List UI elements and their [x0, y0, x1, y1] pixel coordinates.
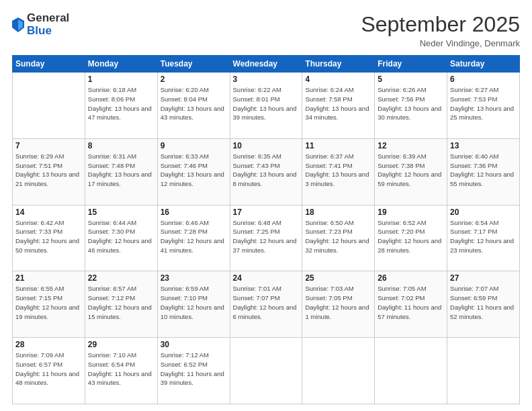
calendar-cell: 28Sunrise: 7:09 AM Sunset: 6:57 PM Dayli…: [13, 338, 85, 404]
day-info: Sunrise: 6:59 AM Sunset: 7:10 PM Dayligh…: [161, 284, 227, 321]
day-number: 4: [305, 75, 371, 84]
calendar-cell: 8Sunrise: 6:31 AM Sunset: 7:48 PM Daylig…: [85, 138, 157, 205]
day-info: Sunrise: 6:52 AM Sunset: 7:20 PM Dayligh…: [378, 218, 444, 255]
day-number: 21: [15, 273, 82, 283]
day-info: Sunrise: 6:46 AM Sunset: 7:28 PM Dayligh…: [161, 218, 227, 255]
calendar-cell: 10Sunrise: 6:35 AM Sunset: 7:43 PM Dayli…: [230, 138, 302, 205]
day-number: 3: [233, 75, 300, 84]
day-info: Sunrise: 6:24 AM Sunset: 7:58 PM Dayligh…: [305, 85, 371, 122]
month-title: September 2025: [361, 12, 520, 37]
day-number: 18: [305, 208, 371, 217]
day-number: 27: [450, 273, 517, 283]
weekday-header-friday: Friday: [375, 56, 447, 73]
calendar-cell: 26Sunrise: 7:05 AM Sunset: 7:02 PM Dayli…: [375, 271, 447, 338]
calendar-cell: [230, 338, 302, 404]
day-info: Sunrise: 6:48 AM Sunset: 7:25 PM Dayligh…: [233, 218, 300, 255]
calendar-cell: 1Sunrise: 6:18 AM Sunset: 8:06 PM Daylig…: [85, 73, 157, 139]
calendar-cell: 22Sunrise: 6:57 AM Sunset: 7:12 PM Dayli…: [85, 271, 157, 338]
page: General Blue September 2025 Neder Vindin…: [0, 0, 532, 411]
day-info: Sunrise: 6:55 AM Sunset: 7:15 PM Dayligh…: [15, 284, 82, 321]
weekday-header-monday: Monday: [85, 56, 157, 73]
calendar-cell: 11Sunrise: 6:37 AM Sunset: 7:41 PM Dayli…: [302, 138, 375, 205]
weekday-header-wednesday: Wednesday: [230, 56, 302, 73]
calendar-week-1: 1Sunrise: 6:18 AM Sunset: 8:06 PM Daylig…: [13, 73, 520, 139]
calendar-cell: 29Sunrise: 7:10 AM Sunset: 6:54 PM Dayli…: [85, 338, 157, 404]
calendar-cell: 2Sunrise: 6:20 AM Sunset: 8:04 PM Daylig…: [157, 73, 230, 139]
weekday-header-saturday: Saturday: [447, 56, 520, 73]
calendar-cell: 17Sunrise: 6:48 AM Sunset: 7:25 PM Dayli…: [230, 205, 302, 271]
day-info: Sunrise: 6:29 AM Sunset: 7:51 PM Dayligh…: [15, 152, 82, 189]
day-info: Sunrise: 6:44 AM Sunset: 7:30 PM Dayligh…: [88, 218, 154, 255]
title-block: September 2025 Neder Vindinge, Denmark: [361, 12, 520, 48]
calendar-cell: [447, 338, 520, 404]
day-info: Sunrise: 6:26 AM Sunset: 7:56 PM Dayligh…: [378, 85, 444, 122]
day-info: Sunrise: 6:54 AM Sunset: 7:17 PM Dayligh…: [450, 218, 517, 255]
day-number: 25: [305, 273, 371, 283]
day-info: Sunrise: 7:05 AM Sunset: 7:02 PM Dayligh…: [378, 284, 444, 321]
calendar-cell: 21Sunrise: 6:55 AM Sunset: 7:15 PM Dayli…: [13, 271, 85, 338]
day-info: Sunrise: 6:35 AM Sunset: 7:43 PM Dayligh…: [233, 152, 300, 189]
logo: General Blue: [12, 12, 69, 37]
day-info: Sunrise: 6:40 AM Sunset: 7:36 PM Dayligh…: [450, 152, 517, 189]
day-info: Sunrise: 6:31 AM Sunset: 7:48 PM Dayligh…: [88, 152, 154, 189]
weekday-header-tuesday: Tuesday: [157, 56, 230, 73]
location-subtitle: Neder Vindinge, Denmark: [361, 38, 520, 48]
weekday-header-sunday: Sunday: [13, 56, 85, 73]
day-info: Sunrise: 7:10 AM Sunset: 6:54 PM Dayligh…: [88, 351, 154, 387]
day-info: Sunrise: 7:12 AM Sunset: 6:52 PM Dayligh…: [161, 351, 227, 387]
day-number: 6: [450, 75, 517, 84]
calendar-cell: 5Sunrise: 6:26 AM Sunset: 7:56 PM Daylig…: [375, 73, 447, 139]
day-info: Sunrise: 6:18 AM Sunset: 8:06 PM Dayligh…: [88, 85, 154, 122]
day-number: 2: [161, 75, 227, 84]
calendar-cell: [375, 338, 447, 404]
calendar-cell: 14Sunrise: 6:42 AM Sunset: 7:33 PM Dayli…: [13, 205, 85, 271]
weekday-header-row: SundayMondayTuesdayWednesdayThursdayFrid…: [13, 56, 520, 73]
day-info: Sunrise: 6:50 AM Sunset: 7:23 PM Dayligh…: [305, 218, 371, 255]
calendar-cell: 25Sunrise: 7:03 AM Sunset: 7:05 PM Dayli…: [302, 271, 375, 338]
calendar-week-4: 21Sunrise: 6:55 AM Sunset: 7:15 PM Dayli…: [13, 271, 520, 338]
calendar-cell: 7Sunrise: 6:29 AM Sunset: 7:51 PM Daylig…: [13, 138, 85, 205]
day-number: 10: [233, 141, 300, 150]
day-number: 17: [233, 208, 300, 217]
calendar-cell: 6Sunrise: 6:27 AM Sunset: 7:53 PM Daylig…: [447, 73, 520, 139]
day-number: 8: [88, 141, 154, 150]
calendar-cell: 19Sunrise: 6:52 AM Sunset: 7:20 PM Dayli…: [375, 205, 447, 271]
day-info: Sunrise: 6:22 AM Sunset: 8:01 PM Dayligh…: [233, 85, 300, 122]
calendar-cell: 12Sunrise: 6:39 AM Sunset: 7:38 PM Dayli…: [375, 138, 447, 205]
header: General Blue September 2025 Neder Vindin…: [12, 12, 520, 48]
day-info: Sunrise: 6:57 AM Sunset: 7:12 PM Dayligh…: [88, 284, 154, 321]
logo-icon: [12, 17, 24, 32]
calendar-table: SundayMondayTuesdayWednesdayThursdayFrid…: [12, 55, 520, 404]
calendar-week-2: 7Sunrise: 6:29 AM Sunset: 7:51 PM Daylig…: [13, 138, 520, 205]
day-number: 28: [15, 340, 82, 349]
day-info: Sunrise: 6:27 AM Sunset: 7:53 PM Dayligh…: [450, 85, 517, 122]
day-info: Sunrise: 6:33 AM Sunset: 7:46 PM Dayligh…: [161, 152, 227, 189]
calendar-cell: 30Sunrise: 7:12 AM Sunset: 6:52 PM Dayli…: [157, 338, 230, 404]
logo-general-text: General: [27, 11, 69, 24]
day-info: Sunrise: 6:37 AM Sunset: 7:41 PM Dayligh…: [305, 152, 371, 189]
calendar-week-3: 14Sunrise: 6:42 AM Sunset: 7:33 PM Dayli…: [13, 205, 520, 271]
day-number: 24: [233, 273, 300, 283]
calendar-cell: 24Sunrise: 7:01 AM Sunset: 7:07 PM Dayli…: [230, 271, 302, 338]
calendar-cell: 27Sunrise: 7:07 AM Sunset: 6:59 PM Dayli…: [447, 271, 520, 338]
day-number: 5: [378, 75, 444, 84]
day-number: 15: [88, 208, 154, 217]
day-number: 9: [161, 141, 227, 150]
logo-blue-text: Blue: [27, 24, 52, 37]
calendar-cell: 3Sunrise: 6:22 AM Sunset: 8:01 PM Daylig…: [230, 73, 302, 139]
day-number: 12: [378, 141, 444, 150]
day-number: 30: [161, 340, 227, 349]
day-number: 11: [305, 141, 371, 150]
day-number: 7: [15, 141, 82, 150]
calendar-cell: 4Sunrise: 6:24 AM Sunset: 7:58 PM Daylig…: [302, 73, 375, 139]
day-info: Sunrise: 7:01 AM Sunset: 7:07 PM Dayligh…: [233, 284, 300, 321]
day-number: 1: [88, 75, 154, 84]
calendar-cell: [13, 73, 85, 139]
day-number: 13: [450, 141, 517, 150]
day-info: Sunrise: 6:42 AM Sunset: 7:33 PM Dayligh…: [15, 218, 82, 255]
day-number: 16: [161, 208, 227, 217]
day-number: 19: [378, 208, 444, 217]
day-info: Sunrise: 7:09 AM Sunset: 6:57 PM Dayligh…: [15, 351, 82, 387]
day-info: Sunrise: 6:20 AM Sunset: 8:04 PM Dayligh…: [161, 85, 227, 122]
weekday-header-thursday: Thursday: [302, 56, 375, 73]
